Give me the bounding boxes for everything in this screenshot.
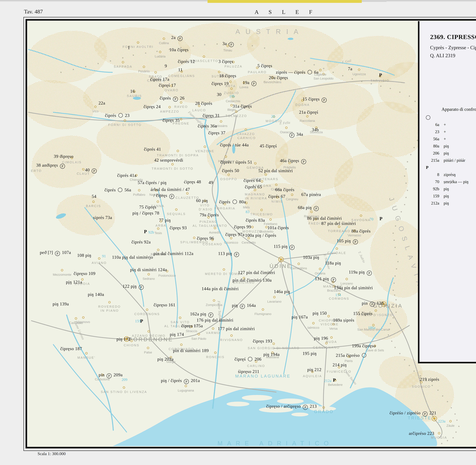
- map-point: P 34a: [289, 132, 303, 138]
- map-point: čiprés 41: [144, 147, 161, 152]
- map-point: 67a pinéra: [301, 192, 321, 197]
- map-point: 131 piŋ P: [315, 276, 337, 282]
- map-point: piŋ 150: [313, 311, 327, 316]
- circle-icon: [308, 70, 312, 74]
- map-point: čipręso 161: [154, 302, 175, 307]
- legend-point-number: 8: [425, 172, 439, 177]
- map-point: čiprés 92a: [131, 239, 151, 244]
- legend-point-number: 56a: [425, 137, 439, 141]
- map-point: 195 piŋ: [303, 351, 317, 356]
- legend-point-number: 215a: [425, 158, 439, 163]
- map-point: čiprés 80a: [219, 199, 246, 204]
- map-point: / čipręs P: [153, 193, 175, 199]
- map-point: 30: [217, 92, 222, 97]
- legend-symbol: P: [425, 164, 468, 171]
- map-point: píŋ di simitéri 124a: [130, 267, 167, 272]
- legend-point-number: 80a: [425, 144, 439, 148]
- legend-word: piŋ: [444, 194, 449, 198]
- circled-p-icon: P: [184, 379, 189, 384]
- map-point: 88a čiprés: [351, 228, 371, 233]
- map-point: piŋ 196: [314, 336, 328, 341]
- map-point: 49: [209, 180, 213, 185]
- circle-icon: [119, 113, 123, 117]
- map-point: 101a čiprés: [267, 225, 289, 230]
- circled-p-icon: P: [139, 285, 144, 290]
- map-point: piŋ P 164a: [232, 303, 256, 309]
- map-point: 11: [178, 67, 183, 72]
- map-point: 10a čipręs: [169, 47, 189, 52]
- map-point: śipręso 211: [238, 369, 260, 374]
- circled-p-icon: P: [314, 206, 319, 211]
- circled-p-icon: P: [370, 302, 375, 307]
- map-point: pín di sumitéri 189: [173, 348, 209, 353]
- legend-point-number: 6a: [425, 122, 439, 127]
- map-point: čiprés P 26: [160, 95, 184, 102]
- map-point: 214 piŋ: [333, 362, 347, 367]
- map-point: čiprés 17a: [150, 77, 169, 82]
- legend-row: 206piŋ: [425, 150, 468, 157]
- map-point: čipręs 35: [162, 118, 180, 123]
- map-point: 113 piŋ P: [218, 251, 240, 257]
- map-point: čiprés 41a: [117, 173, 136, 178]
- legend-row: 70ṣmrịéka — piŋ: [425, 178, 468, 185]
- legend-row: 92bpiŋ: [425, 185, 468, 192]
- map-point: P: [333, 377, 336, 383]
- map-point: 105 piŋ P: [337, 238, 359, 244]
- map-point: pįŋ 121a: [66, 279, 82, 285]
- map-point: 40 P: [85, 167, 97, 173]
- map-point: 66a čiprés: [275, 187, 294, 192]
- map-point: 52 pín dal simitéri: [258, 168, 293, 173]
- circled-p-icon: P: [251, 81, 256, 86]
- legend-word: piŋ: [444, 151, 449, 156]
- circled-p-icon: P: [55, 251, 60, 256]
- legend-point-number: 206: [425, 151, 439, 156]
- circled-p-icon: P: [229, 42, 234, 47]
- map-point: arčipréso 223: [409, 431, 434, 436]
- map-point: 144a pín di čimitéri: [202, 286, 238, 291]
- map-point: čipręs 97a: [225, 232, 245, 237]
- map-point: 1: [128, 45, 130, 50]
- circled-p-icon: P: [353, 239, 358, 244]
- legend-point-number: 23: [425, 129, 439, 134]
- circled-p-icon: P: [107, 373, 112, 378]
- circle-icon: [426, 115, 430, 120]
- legend-point-number: 212a: [425, 201, 439, 206]
- legend-row: 6a+: [425, 121, 468, 128]
- map-point: čiprés 36a: [198, 123, 217, 128]
- circled-p-icon: P: [234, 252, 239, 257]
- legend-word: +: [444, 137, 446, 141]
- legend-word: piŋ: [444, 201, 449, 206]
- legend-row: 23+: [425, 128, 468, 135]
- legend-word: piŋ: [444, 144, 449, 148]
- map-point: piŋ 194a: [263, 352, 280, 357]
- map-point: čipręś 17: [159, 83, 176, 88]
- map-point: čipręs 31: [203, 113, 220, 118]
- map-point: 110a pįŋ dal simitérjo: [112, 254, 153, 260]
- map-point: 176 piŋ dal śimitéri: [197, 317, 233, 323]
- map-point: 219 ziprés: [420, 377, 439, 382]
- map-point: piŋ 139a: [53, 301, 69, 306]
- map-point: 86 pín dal čimitéri: [307, 216, 342, 221]
- circled-p-icon: P: [322, 98, 326, 103]
- legend-word: +: [444, 129, 446, 134]
- legend-word: pińári / pińár: [444, 158, 465, 163]
- map-point: 46a čipręs P: [280, 158, 307, 164]
- map-point: 146a piŋ: [274, 289, 290, 294]
- circle-icon: [118, 188, 122, 192]
- map-point: pin P 209a: [99, 372, 123, 378]
- map-point: pín dal čumitéri 112a: [153, 251, 194, 256]
- map-point: piŋ 174: [170, 332, 184, 337]
- concept-title: 2369. CIPRESSO: [430, 33, 476, 41]
- map-point: piŋ 172: [116, 337, 131, 342]
- legend-point-number: 159: [425, 194, 439, 198]
- map-point: P: [379, 72, 382, 78]
- map-point: 100a piŋ / čiprés: [245, 233, 276, 238]
- map-point: 169a ṣiprés: [333, 317, 354, 323]
- legend-panel: 2369. CIPRESSO Cyprès - Zypresse - Cipre…: [418, 21, 476, 363]
- legend-title: Apparato di confronto: [442, 106, 476, 112]
- map-point: pín dal čimitéri 130a: [232, 277, 272, 283]
- map-point: čiprés / śiprés 51: [220, 159, 252, 165]
- map-point: 79a čiprés: [200, 212, 219, 217]
- map-point: 122 pįŋ P: [122, 284, 144, 290]
- map-point: P: [144, 229, 147, 234]
